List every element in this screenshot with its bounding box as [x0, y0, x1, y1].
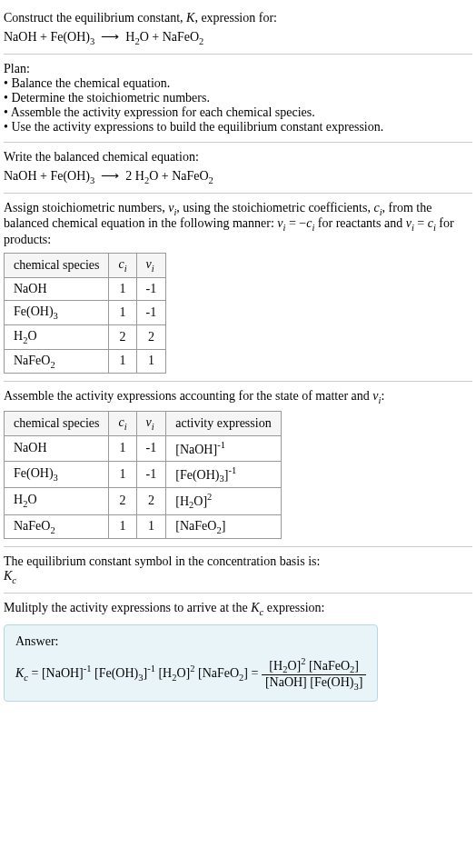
species-cell: H2O — [5, 324, 109, 349]
c-cell: 1 — [109, 514, 136, 539]
species-cell: Fe(OH)3 — [5, 461, 109, 487]
table-header-row: chemical species ci νi — [5, 254, 166, 278]
v-cell: -1 — [136, 300, 166, 324]
symbol-section: The equilibrium constant symbol in the c… — [4, 547, 472, 594]
c-cell: 2 — [109, 488, 136, 514]
c-cell: 2 — [109, 324, 136, 349]
expr-cell: [H2O]2 — [166, 488, 281, 514]
stoich-table: chemical species ci νi NaOH 1 -1 Fe(OH)3… — [4, 253, 166, 374]
balanced-heading: Write the balanced chemical equation: — [4, 150, 472, 165]
v-cell: 2 — [136, 324, 166, 349]
stoich-section: Assign stoichiometric numbers, νi, using… — [4, 194, 472, 383]
c-cell: 1 — [109, 349, 136, 374]
species-cell: H2O — [5, 488, 109, 514]
activity-section: Assemble the activity expressions accoun… — [4, 382, 472, 547]
balanced-equation: NaOH + Fe(OH)3 ⟶ 2 H2O + NaFeO2 — [4, 168, 472, 185]
v-cell: -1 — [136, 435, 166, 461]
expr-cell: [NaFeO2] — [166, 514, 281, 539]
c-cell: 1 — [109, 461, 136, 487]
table-row: H2O 2 2 — [5, 324, 166, 349]
answer-label: Answer: — [15, 634, 366, 649]
multiply-section: Mulitply the activity expressions to arr… — [4, 594, 472, 709]
c-cell: 1 — [109, 300, 136, 324]
expr-cell: [Fe(OH)3]-1 — [166, 461, 281, 487]
c-cell: 1 — [109, 435, 136, 461]
plan-list: • Balance the chemical equation. • Deter… — [4, 76, 472, 135]
table-header: chemical species — [5, 412, 109, 436]
v-cell: 1 — [136, 514, 166, 539]
balanced-section: Write the balanced chemical equation: Na… — [4, 143, 472, 194]
species-cell: NaOH — [5, 435, 109, 461]
symbol-text: The equilibrium constant symbol in the c… — [4, 554, 472, 569]
species-cell: NaFeO2 — [5, 349, 109, 374]
v-cell: 2 — [136, 488, 166, 514]
table-header-row: chemical species ci νi activity expressi… — [5, 412, 282, 436]
plan-section: Plan: • Balance the chemical equation. •… — [4, 55, 472, 143]
activity-intro: Assemble the activity expressions accoun… — [4, 389, 472, 405]
plan-item: • Determine the stoichiometric numbers. — [4, 91, 472, 105]
c-cell: 1 — [109, 277, 136, 300]
stoich-intro: Assign stoichiometric numbers, νi, using… — [4, 201, 472, 248]
plan-heading: Plan: — [4, 62, 472, 76]
v-cell: -1 — [136, 277, 166, 300]
table-header: νi — [136, 412, 166, 436]
table-header: νi — [136, 254, 166, 278]
species-cell: Fe(OH)3 — [5, 300, 109, 324]
v-cell: -1 — [136, 461, 166, 487]
answer-equation: Kc = [NaOH]-1 [Fe(OH)3]-1 [H2O]2 [NaFeO2… — [15, 666, 366, 680]
expr-cell: [NaOH]-1 — [166, 435, 281, 461]
table-row: Fe(OH)3 1 -1 — [5, 300, 166, 324]
table-header: activity expression — [166, 412, 281, 436]
table-row: NaOH 1 -1 — [5, 277, 166, 300]
table-row: NaFeO2 1 1 [NaFeO2] — [5, 514, 282, 539]
prompt-equation: NaOH + Fe(OH)3 ⟶ H2O + NaFeO2 — [4, 29, 472, 46]
v-cell: 1 — [136, 349, 166, 374]
species-cell: NaFeO2 — [5, 514, 109, 539]
plan-item: • Balance the chemical equation. — [4, 76, 472, 91]
symbol-value: Kc — [4, 569, 472, 585]
table-row: H2O 2 2 [H2O]2 — [5, 488, 282, 514]
table-header: chemical species — [5, 254, 109, 278]
table-header: ci — [109, 412, 136, 436]
table-row: NaOH 1 -1 [NaOH]-1 — [5, 435, 282, 461]
prompt-section: Construct the equilibrium constant, K, e… — [4, 4, 472, 55]
plan-item: • Use the activity expressions to build … — [4, 120, 472, 135]
activity-table: chemical species ci νi activity expressi… — [4, 411, 282, 539]
plan-item: • Assemble the activity expression for e… — [4, 105, 472, 120]
multiply-heading: Mulitply the activity expressions to arr… — [4, 601, 472, 617]
table-row: NaFeO2 1 1 — [5, 349, 166, 374]
species-cell: NaOH — [5, 277, 109, 300]
prompt-heading: Construct the equilibrium constant, K, e… — [4, 11, 472, 25]
answer-box: Answer: Kc = [NaOH]-1 [Fe(OH)3]-1 [H2O]2… — [4, 624, 378, 702]
table-header: ci — [109, 254, 136, 278]
table-row: Fe(OH)3 1 -1 [Fe(OH)3]-1 — [5, 461, 282, 487]
